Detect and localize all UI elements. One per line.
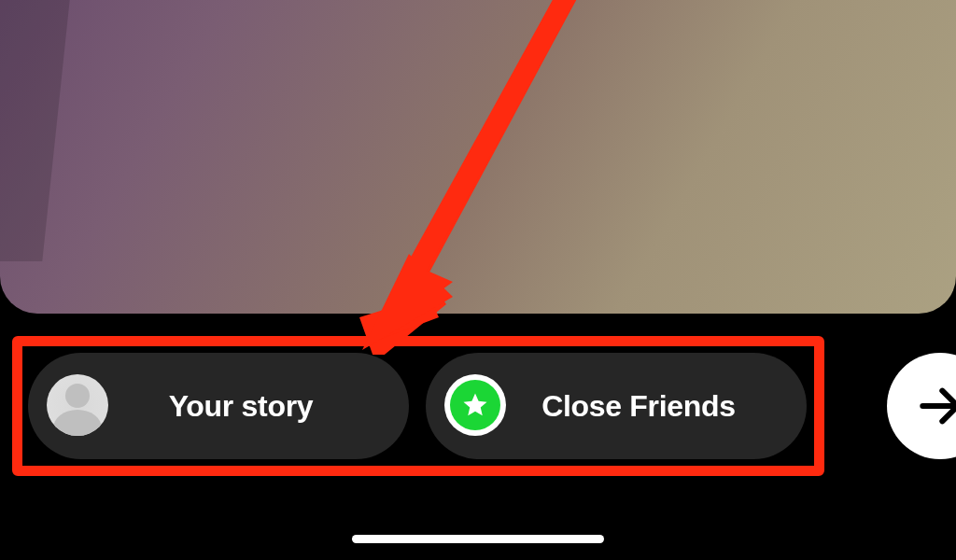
preview-edge-shadow (0, 0, 70, 261)
home-indicator[interactable] (352, 535, 604, 543)
close-friends-icon (444, 374, 508, 438)
your-story-button[interactable]: Your story (28, 353, 409, 459)
close-friends-button[interactable]: Close Friends (426, 353, 807, 459)
arrow-right-icon (914, 380, 956, 432)
star-icon (461, 391, 489, 419)
avatar-icon (47, 374, 110, 438)
your-story-label: Your story (110, 389, 409, 424)
share-options-bar: Your story Close Friends (28, 353, 937, 459)
next-button[interactable] (887, 353, 956, 459)
close-friends-label: Close Friends (508, 389, 807, 424)
story-preview-area (0, 0, 956, 314)
